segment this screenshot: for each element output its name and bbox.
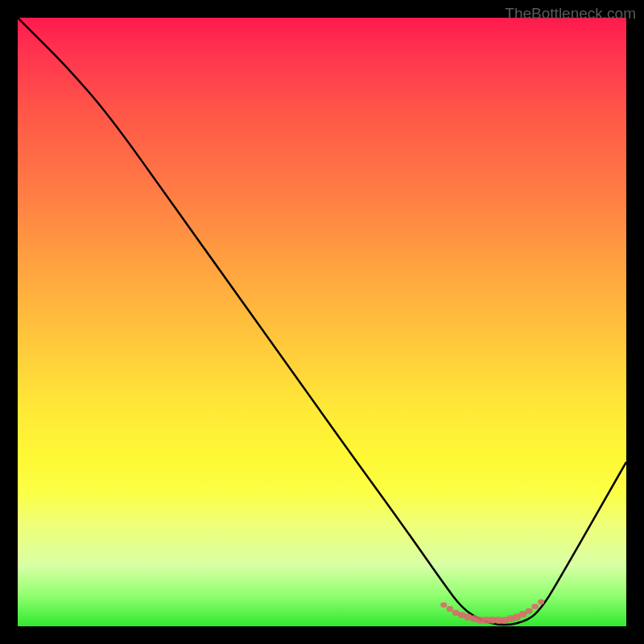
optimal-dot	[440, 602, 447, 607]
optimal-dot	[525, 608, 532, 613]
optimal-dot	[519, 611, 527, 617]
chart-gradient-area	[18, 18, 626, 626]
bottleneck-curve-line	[18, 18, 626, 625]
optimal-range-dots	[440, 600, 544, 624]
optimal-dot	[476, 617, 485, 624]
optimal-dot	[500, 617, 509, 624]
optimal-dot	[488, 617, 497, 624]
optimal-dot	[452, 610, 460, 616]
optimal-dot	[494, 617, 503, 624]
optimal-dot	[513, 614, 521, 621]
optimal-dot	[482, 617, 491, 624]
chart-curve-svg	[18, 18, 626, 626]
optimal-dot	[506, 615, 514, 621]
optimal-dot	[458, 612, 466, 618]
optimal-dot	[531, 604, 539, 609]
optimal-dot	[446, 606, 453, 612]
optimal-dot	[464, 614, 472, 621]
optimal-dot	[538, 600, 544, 605]
optimal-dot	[470, 615, 478, 621]
watermark-text: TheBottleneck.com	[505, 5, 636, 23]
